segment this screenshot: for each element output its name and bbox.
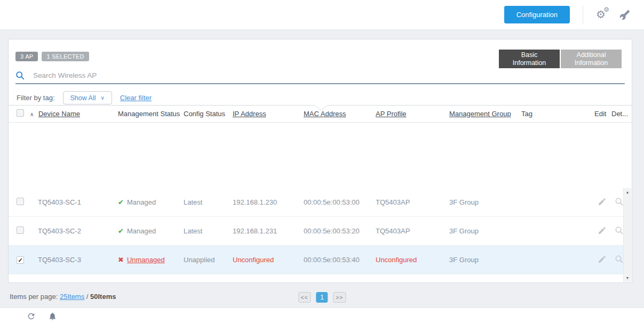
ap-profile-cell: TQ5403AP — [376, 227, 449, 235]
column-header-ip-address[interactable]: IP Address — [233, 110, 266, 118]
column-header-tag: Tag — [521, 110, 532, 118]
topbar: Configuration ⚙ ⚙ — [0, 0, 644, 30]
gear-small-icon: ⚙ — [603, 6, 609, 13]
column-header-mac-address[interactable]: MAC Address — [304, 110, 346, 118]
filter-by-tag-label: Filter by tag: — [17, 94, 55, 102]
unmanaged-cross-icon: ✖ — [118, 256, 124, 264]
table-row[interactable]: TQ5403-SC-1✔ManagedLatest192.168.1.23000… — [9, 188, 623, 217]
config-status-cell: Unapplied — [184, 256, 233, 264]
tag-filter-dropdown[interactable]: Show All ∨ — [63, 91, 112, 104]
search-input[interactable] — [32, 71, 625, 80]
column-header-management-group[interactable]: Management Group — [449, 110, 511, 118]
column-header-edit: Edit — [594, 110, 606, 118]
row-checkbox[interactable]: ✓ — [17, 256, 24, 264]
table-row[interactable]: ✓TQ5403-SC-3✖UnmanagedUnappliedUnconfigu… — [9, 246, 623, 274]
row-checkbox[interactable] — [17, 198, 24, 205]
mac-address-cell: 00:00:5e:00:53:20 — [304, 227, 376, 235]
management-status-cell: Managed — [127, 198, 156, 206]
edit-pencil-icon[interactable] — [598, 226, 607, 235]
refresh-icon[interactable] — [27, 312, 36, 321]
management-group-cell: 3F Group — [449, 198, 521, 206]
management-status-cell[interactable]: Unmanaged — [127, 256, 165, 264]
pagination-prev-button[interactable]: << — [298, 292, 311, 303]
sort-ascending-icon[interactable]: ∧ — [30, 111, 34, 117]
scrollbar-up-arrow-icon[interactable]: ▲ — [624, 188, 631, 196]
wireless-ap-panel: 3 AP 1 SELECTED Basic Information Additi… — [8, 39, 632, 283]
info-tabs: Basic Information Additional Information — [499, 50, 622, 68]
column-header-ap-profile[interactable]: AP Profile — [376, 110, 407, 118]
scrollbar-down-arrow-icon[interactable]: ▼ — [624, 274, 631, 282]
items-25-link[interactable]: 25Items — [60, 293, 84, 301]
details-magnifier-icon[interactable] — [615, 226, 623, 235]
select-all-checkbox[interactable] — [17, 109, 24, 117]
tab-additional-information[interactable]: Additional Information — [561, 50, 622, 68]
bottom-toolbar — [0, 307, 644, 324]
edit-pencil-icon[interactable] — [598, 255, 607, 264]
details-magnifier-icon[interactable] — [615, 197, 623, 206]
managed-check-icon: ✔ — [118, 227, 124, 235]
row-checkbox[interactable] — [17, 226, 24, 234]
items-per-page-label: Items per page: — [10, 293, 58, 301]
vertical-scrollbar[interactable]: ▲ ▼ — [623, 188, 631, 282]
search-icon — [15, 71, 25, 80]
config-status-cell: Latest — [184, 198, 233, 206]
ip-address-cell: 192.168.1.231 — [233, 227, 304, 235]
items-separator: / — [84, 293, 90, 301]
ap-count-badge: 3 AP — [15, 52, 38, 61]
column-header-config-status: Config Status — [184, 110, 225, 118]
topbar-divider — [583, 5, 583, 25]
ap-profile-cell: TQ5403AP — [376, 198, 449, 206]
wrench-icon[interactable] — [619, 10, 630, 20]
pagination-page-1-button[interactable]: 1 — [316, 292, 328, 303]
table-row[interactable]: TQ5403-SC-2✔ManagedLatest192.168.1.23100… — [9, 217, 623, 246]
search-bar — [15, 68, 625, 84]
items-50-label: 50Items — [90, 293, 116, 301]
clear-filter-link[interactable]: Clear filter — [120, 94, 152, 102]
mac-address-cell: 00:00:5e:00:53:00 — [304, 198, 376, 206]
filter-row: Filter by tag: Show All ∨ Clear filter — [17, 91, 152, 104]
managed-check-icon: ✔ — [118, 198, 124, 206]
ip-address-cell: 192.168.1.230 — [233, 198, 304, 206]
items-per-page: Items per page: 25Items / 50Items — [10, 293, 116, 301]
mac-address-cell: 00:00:5e:00:53:40 — [304, 256, 376, 264]
pagination-next-button[interactable]: >> — [333, 292, 346, 303]
chevron-down-icon: ∨ — [100, 95, 104, 101]
settings-gears-icon[interactable]: ⚙ ⚙ — [596, 9, 606, 20]
pagination: << 1 >> — [298, 292, 346, 303]
column-header-details: Det... — [611, 110, 628, 118]
details-magnifier-icon[interactable] — [615, 255, 623, 264]
tab-basic-information[interactable]: Basic Information — [499, 50, 560, 68]
table-body: TQ5403-SC-1✔ManagedLatest192.168.1.23000… — [9, 188, 632, 282]
ip-address-cell: Unconfigured — [233, 256, 304, 264]
ap-table: ∧ Device Name Management Status Config S… — [9, 105, 632, 282]
selected-count-badge: 1 SELECTED — [42, 52, 89, 61]
ap-profile-cell: Unconfigured — [376, 256, 449, 264]
device-name-cell: TQ5403-SC-1 — [30, 198, 118, 206]
count-badges: 3 AP 1 SELECTED — [15, 52, 89, 61]
configuration-button[interactable]: Configuration — [504, 6, 570, 23]
management-status-cell: Managed — [127, 227, 156, 235]
config-status-cell: Latest — [184, 227, 233, 235]
tag-filter-value: Show All — [70, 94, 96, 102]
device-name-cell: TQ5403-SC-2 — [30, 227, 118, 235]
device-name-cell: TQ5403-SC-3 — [30, 256, 118, 264]
management-group-cell: 3F Group — [449, 227, 521, 235]
notifications-bell-icon[interactable] — [48, 312, 57, 321]
column-header-management-status: Management Status — [118, 110, 180, 118]
edit-pencil-icon[interactable] — [598, 197, 607, 206]
table-header-row: ∧ Device Name Management Status Config S… — [9, 105, 632, 123]
management-group-cell: 3F Group — [449, 256, 521, 264]
column-header-device-name[interactable]: Device Name — [38, 110, 80, 118]
